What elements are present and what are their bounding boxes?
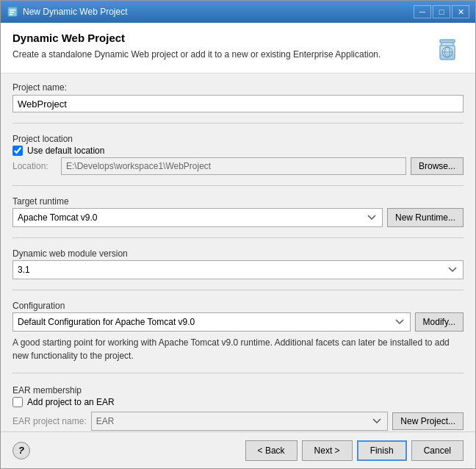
use-default-checkbox-row: Use default location [12, 146, 464, 156]
svg-rect-6 [440, 40, 455, 43]
target-runtime-select[interactable]: Apache Tomcat v9.0 [12, 208, 383, 227]
project-name-input[interactable] [12, 95, 464, 112]
window-icon [7, 6, 18, 18]
target-runtime-row: Apache Tomcat v9.0 New Runtime... [12, 208, 464, 227]
new-project-button[interactable]: New Project... [392, 412, 464, 430]
location-label: Location: [12, 161, 57, 171]
add-to-ear-label: Add project to an EAR [27, 397, 115, 407]
header-text: Dynamic Web Project Create a standalone … [12, 32, 424, 61]
project-name-row: Project name: [12, 82, 464, 112]
configuration-description: A good starting point for working with A… [12, 336, 464, 362]
dialog-header: Dynamic Web Project Create a standalone … [1, 23, 475, 74]
project-name-label: Project name: [12, 82, 464, 93]
dynamic-web-module-row: 3.1 [12, 260, 464, 279]
dynamic-web-module-select[interactable]: 3.1 [12, 260, 464, 279]
location-input[interactable] [61, 157, 406, 175]
svg-rect-3 [10, 14, 12, 15]
configuration-section: Configuration Default Configuration for … [12, 301, 464, 362]
dynamic-web-module-label: Dynamic web module version [12, 248, 464, 259]
project-location-title: Project location [12, 134, 464, 144]
title-bar: New Dynamic Web Project ─ □ ✕ [1, 1, 475, 23]
form-area: Project name: Project location Use defau… [1, 74, 475, 432]
project-location-section: Project location Use default location Lo… [12, 134, 464, 175]
dynamic-web-module-section: Dynamic web module version 3.1 [12, 248, 464, 279]
add-to-ear-checkbox[interactable] [12, 397, 23, 407]
button-bar: ? < Back Next > Finish Cancel [1, 432, 475, 468]
close-button[interactable]: ✕ [452, 5, 469, 18]
ear-membership-section: EAR membership Add project to an EAR EAR… [12, 385, 464, 431]
back-button[interactable]: < Back [245, 440, 298, 461]
use-default-checkbox[interactable] [12, 146, 23, 156]
modify-button[interactable]: Modify... [415, 312, 464, 332]
browse-button[interactable]: Browse... [411, 157, 464, 175]
title-bar-controls: ─ □ ✕ [414, 5, 469, 18]
navigation-buttons: < Back Next > Finish Cancel [245, 440, 464, 461]
header-description: Create a standalone Dynamic Web project … [12, 49, 424, 61]
target-runtime-section: Target runtime Apache Tomcat v9.0 New Ru… [12, 196, 464, 227]
ear-project-name-select[interactable]: EAR [91, 412, 389, 431]
minimize-button[interactable]: ─ [414, 5, 431, 18]
maximize-button[interactable]: □ [433, 5, 450, 18]
ear-project-name-label: EAR project name: [12, 416, 87, 426]
title-bar-left: New Dynamic Web Project [7, 6, 128, 18]
svg-rect-10 [440, 54, 455, 60]
use-default-label: Use default location [27, 146, 104, 156]
cancel-button[interactable]: Cancel [411, 440, 464, 461]
svg-rect-2 [10, 12, 14, 13]
help-section: ? [12, 442, 30, 459]
new-runtime-button[interactable]: New Runtime... [387, 208, 464, 227]
window-title: New Dynamic Web Project [23, 7, 128, 17]
window: New Dynamic Web Project ─ □ ✕ Dynamic We… [0, 0, 476, 469]
ear-project-name-row: EAR project name: EAR New Project... [12, 412, 464, 431]
next-button[interactable]: Next > [302, 440, 353, 461]
header-title: Dynamic Web Project [12, 32, 424, 44]
configuration-label: Configuration [12, 301, 464, 311]
svg-rect-1 [10, 10, 15, 11]
configuration-select[interactable]: Default Configuration for Apache Tomcat … [12, 312, 411, 332]
configuration-row: Default Configuration for Apache Tomcat … [12, 312, 464, 332]
globe-jar-icon [431, 32, 464, 64]
ear-membership-label: EAR membership [12, 385, 464, 395]
location-row: Location: Browse... [12, 157, 464, 175]
finish-button[interactable]: Finish [357, 440, 407, 461]
target-runtime-label: Target runtime [12, 196, 464, 207]
help-button[interactable]: ? [12, 442, 30, 459]
add-to-ear-row: Add project to an EAR [12, 397, 464, 407]
